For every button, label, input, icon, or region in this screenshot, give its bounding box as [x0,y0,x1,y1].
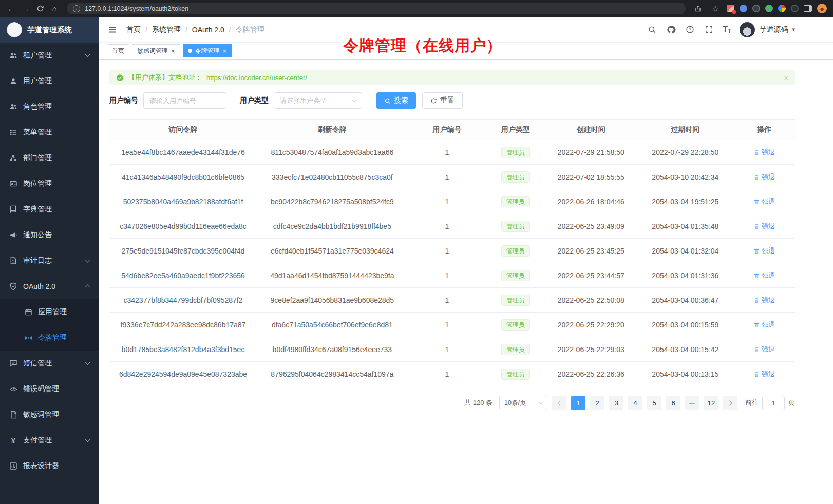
cell-actions: 强退 [733,288,795,313]
sidebar-item-departments[interactable]: 部门管理 [0,145,99,171]
extension-icon[interactable] [791,5,799,12]
extension-icon[interactable] [765,5,773,12]
sidebar-item-announcements[interactable]: 通知公告 [0,222,99,248]
more-pages-button[interactable]: ••• [685,396,699,410]
sidebar-item-menus[interactable]: 菜单管理 [0,120,99,145]
extensions-puzzle-icon[interactable] [778,5,786,12]
breadcrumb-system[interactable]: 系统管理 [152,25,181,34]
sidebar-item-report-designer[interactable]: 报表设计器 [0,453,99,479]
cell-user-id: 1 [408,288,487,313]
search-icon[interactable] [647,25,657,35]
force-logout-button[interactable]: 强退 [753,172,775,182]
sidebar-item-audit-log[interactable]: 审计日志 [0,248,99,274]
font-size-icon[interactable]: TT [723,26,731,34]
table-row: 54d6be82ee5a460a9aedc1f9bf223656 49d1aa4… [109,263,795,288]
force-logout-button[interactable]: 强退 [753,246,775,256]
prev-page-button[interactable] [552,396,566,410]
breadcrumb-oauth2[interactable]: OAuth 2.0 [192,26,224,34]
forward-icon[interactable]: → [20,3,32,15]
page-button[interactable]: 2 [590,396,604,410]
force-logout-button[interactable]: 强退 [753,222,775,231]
sidebar-item-oauth-tokens[interactable]: 令牌管理 [0,325,99,351]
table-row: c347026e805e4d99b0d116eae66eda8c cdfc4ce… [109,214,795,239]
total-count: 共 120 条 [464,398,493,408]
collapse-menu-icon[interactable] [107,24,118,35]
sidebar-item-label: 岗位管理 [23,179,52,188]
sidebar-item-sensitive-words[interactable]: 敏感词管理 [0,402,99,428]
page-button[interactable]: 1 [571,396,585,410]
sidebar-item-roles[interactable]: 角色管理 [0,94,99,120]
url-bar[interactable]: i 127.0.0.1:1024/system/oauth2/token [67,3,686,14]
force-logout-button[interactable]: 强退 [753,345,775,354]
admin-badge: 管理员 [501,196,530,207]
browser-profile-avatar[interactable]: ☻ [817,4,827,13]
page-button[interactable]: 12 [704,396,718,410]
extension-icon[interactable] [752,5,760,12]
page-size-select[interactable]: 10条/页 [499,396,547,410]
sidebar-item-dictionary[interactable]: 字典管理 [0,197,99,222]
caret-down-icon: ▾ [792,26,795,33]
cell-user-type: 管理员 [486,263,544,288]
side-panel-icon[interactable] [804,5,812,12]
cell-access-token: 502375b8040a469a9b82188afdf6af1f [109,189,257,214]
bookmark-star-icon[interactable]: ☆ [709,3,722,15]
sidebar-item-oauth-apps[interactable]: 应用管理 [0,299,99,325]
help-icon[interactable] [685,25,695,35]
back-icon[interactable]: ← [5,3,17,15]
reload-icon[interactable] [34,3,46,15]
next-page-button[interactable] [723,396,737,410]
breadcrumb-home[interactable]: 首页 [126,25,141,34]
force-logout-button[interactable]: 强退 [753,148,775,157]
sidebar-item-label: 应用管理 [38,307,67,317]
force-logout-button[interactable]: 强退 [753,370,775,379]
tab-home[interactable]: 首页 [107,44,129,57]
sidebar-item-oauth2[interactable]: OAuth 2.0 [0,274,99,299]
search-button[interactable]: 搜索 [376,92,416,109]
page-button[interactable]: 5 [647,396,661,410]
trash-icon [753,322,760,328]
github-icon[interactable] [666,25,676,35]
cell-user-type: 管理员 [486,165,544,189]
page-button[interactable]: 4 [628,396,642,410]
sidebar-item-posts[interactable]: 岗位管理 [0,171,99,197]
alert-close-icon[interactable]: × [784,73,788,82]
token-signal-icon [24,334,32,342]
sidebar-item-users[interactable]: 用户管理 [0,68,99,94]
sidebar-item-sms[interactable]: 短信管理 [0,351,99,376]
force-logout-button[interactable]: 强退 [753,197,775,206]
site-info-icon[interactable]: i [73,5,80,12]
close-icon[interactable]: × [223,48,227,54]
tab-token-management[interactable]: 令牌管理 × [183,44,232,57]
share-icon[interactable] [692,3,704,15]
extension-icon[interactable] [740,5,747,12]
force-logout-button[interactable]: 强退 [753,271,775,280]
reset-button[interactable]: 重置 [422,92,463,109]
sidebar-item-label: 敏感词管理 [23,410,59,419]
fullscreen-icon[interactable] [704,25,714,35]
avatar [740,22,755,37]
page-button[interactable]: 3 [609,396,623,410]
sidebar-item-error-codes[interactable]: </> 错误码管理 [0,376,99,402]
user-id-input[interactable] [143,92,226,109]
home-icon[interactable]: ⌂ [48,3,61,15]
app-logo[interactable]: 芋道管理系统 [0,17,99,43]
tab-sensitive-words[interactable]: 敏感词管理 × [132,44,180,57]
sidebar-item-payment[interactable]: ¥ 支付管理 [0,428,99,453]
url-text: 127.0.0.1:1024/system/oauth2/token [85,5,188,12]
goto-page-input[interactable] [762,396,785,410]
sidebar-item-tenant[interactable]: 租户管理 [0,43,99,68]
cell-user-type: 管理员 [486,288,544,313]
extension-icon[interactable] [727,5,734,12]
col-user-type: 用户类型 [486,120,544,140]
doc-link[interactable]: https://doc.iocoder.cn/user-center/ [206,74,307,82]
force-logout-button[interactable]: 强退 [753,296,775,305]
cell-expire-time: 2054-03-04 00:13:15 [637,362,733,386]
force-logout-button[interactable]: 强退 [753,320,775,329]
page-button[interactable]: 6 [666,396,680,410]
close-icon[interactable]: × [171,48,175,54]
cell-user-type: 管理员 [486,239,544,263]
sidebar-item-label: OAuth 2.0 [23,282,55,290]
user-type-select[interactable]: 请选择用户类型 [274,92,362,109]
cell-access-token: c342377bf8b344799dcbf7bf095287f2 [109,288,257,313]
user-menu[interactable]: 芋道源码 ▾ [740,22,795,37]
